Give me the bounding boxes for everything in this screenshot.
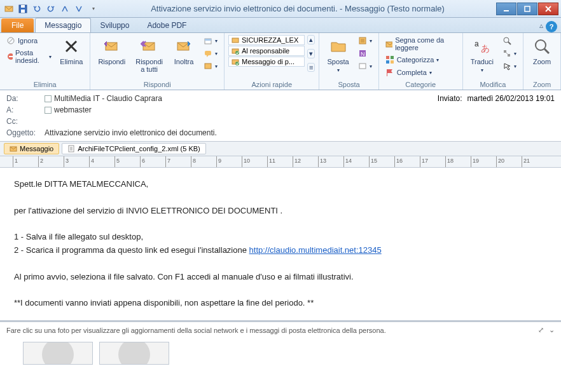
quick-step-expand-button[interactable]: ≡ <box>307 63 315 72</box>
ignora-label: Ignora <box>18 37 38 44</box>
tab-adobe[interactable]: Adobe PDF <box>138 18 195 32</box>
window-title: Attivazione servizio invio elettronico d… <box>99 4 496 13</box>
tab-attachment-file[interactable]: ArchiFileTCPclient_config_2.xml (5 KB) <box>62 143 206 154</box>
next-icon[interactable] <box>73 3 85 15</box>
save-icon[interactable] <box>17 3 29 15</box>
chevron-down-icon: ▾ <box>370 38 372 44</box>
message-body[interactable]: Spett.le DITTA METALMECCANICA, per l'att… <box>0 168 561 320</box>
ribbon-minimize-icon[interactable]: ▵ <box>539 21 543 32</box>
svg-rect-18 <box>205 39 211 41</box>
group-sposta-label: Sposta <box>323 79 374 90</box>
chevron-down-icon: ▾ <box>436 57 439 63</box>
reply-all-icon <box>139 36 160 57</box>
group-sposta: Sposta▾ ▾ N ▾ Sposta <box>319 33 378 90</box>
chevron-down-icon: ▾ <box>514 51 516 57</box>
group-categorie: Segna come da leggere Categorizza▾ Compl… <box>379 33 463 90</box>
chevron-down-icon: ▾ <box>370 64 372 69</box>
find-button[interactable] <box>500 35 519 46</box>
collapse-icon[interactable]: ⌄ <box>549 326 555 334</box>
quick-step-up-button[interactable]: ▴ <box>307 35 315 44</box>
rules-button[interactable]: ▾ <box>356 35 375 46</box>
actions-button[interactable]: ▾ <box>356 60 375 72</box>
elimina-label: Elimina <box>60 58 83 65</box>
body-line: Spett.le DITTA METALMECCANICA, <box>14 178 547 191</box>
from-value: MultiMedia IT - Claudio Caprara <box>45 94 162 103</box>
im-button[interactable]: ▾ <box>201 48 220 59</box>
minimize-button[interactable] <box>496 3 516 15</box>
person-thumbnail[interactable] <box>23 342 93 365</box>
svg-line-43 <box>544 49 549 53</box>
ignora-button[interactable]: Ignora <box>4 35 54 46</box>
translate-icon: aあ <box>472 36 492 57</box>
to-value: webmaster <box>45 105 92 114</box>
categorizza-button[interactable]: Categorizza▾ <box>383 54 459 65</box>
elimina-button[interactable]: Elimina <box>57 35 86 67</box>
completa-label: Completa <box>397 69 427 76</box>
body-line: per l'attivazione del servizio di INVIO … <box>14 205 547 218</box>
quick-step-sicurezza-label: SICUREZZA_LEX <box>242 36 298 44</box>
svg-text:あ: あ <box>481 43 490 53</box>
tab-message-body[interactable]: Messaggio <box>4 143 59 154</box>
svg-rect-39 <box>504 50 506 53</box>
completa-button[interactable]: Completa▾ <box>383 67 459 78</box>
subject-label: Oggetto: <box>6 128 45 137</box>
chevron-down-icon: ▾ <box>49 54 52 60</box>
people-thumbnails <box>0 338 561 368</box>
inoltra-button[interactable]: Inoltra <box>169 35 198 67</box>
qat-customize-icon[interactable] <box>87 3 99 15</box>
close-button[interactable] <box>538 3 558 15</box>
meeting-button[interactable]: ▾ <box>201 35 220 46</box>
rispondi-tutti-label: Rispondi a tutti <box>135 58 163 73</box>
redo-icon[interactable] <box>45 3 57 15</box>
help-button[interactable]: ? <box>546 21 557 32</box>
traduci-button[interactable]: aあ Traduci▾ <box>467 35 497 75</box>
svg-rect-21 <box>232 38 239 43</box>
onenote-button[interactable]: N <box>356 48 375 59</box>
posta-indesiderata-label: Posta indesid. <box>15 49 46 64</box>
install-link[interactable]: http://claudio.multimediait.net:12345 <box>249 245 382 255</box>
group-rispondi-label: Rispondi <box>94 79 220 90</box>
prev-icon[interactable] <box>59 3 71 15</box>
reply-icon <box>102 36 122 57</box>
presence-icon <box>45 95 52 102</box>
message-headers: Da: MultiMedia IT - Claudio Caprara Invi… <box>0 90 561 142</box>
quick-step-down-button[interactable]: ▾ <box>307 49 315 58</box>
svg-point-37 <box>504 37 509 43</box>
posta-indesiderata-button[interactable]: Posta indesid.▾ <box>4 48 54 65</box>
related-button[interactable]: ▾ <box>500 48 519 59</box>
quick-step-responsabile[interactable]: Al responsabile <box>228 46 305 56</box>
more-respond-button[interactable]: ▾ <box>201 60 220 72</box>
sposta-button[interactable]: Sposta▾ <box>323 35 352 75</box>
svg-rect-40 <box>508 54 510 57</box>
group-zoom-label: Zoom <box>527 79 557 90</box>
person-thumbnail[interactable] <box>99 342 169 365</box>
group-azioni-rapide: SICUREZZA_LEX Al responsabile Messaggio … <box>225 33 319 90</box>
rispondi-button[interactable]: Rispondi <box>94 35 129 67</box>
undo-icon[interactable] <box>31 3 43 15</box>
ruler[interactable]: 123456789101112131415161718192021 <box>0 156 561 168</box>
folder-move-icon <box>328 36 349 57</box>
svg-rect-19 <box>205 51 211 55</box>
svg-line-41 <box>506 53 508 54</box>
group-categorie-label: Categorie <box>383 79 459 90</box>
ribbon: Ignora Posta indesid.▾ Elimina Elimina R… <box>0 33 561 90</box>
group-modifica-label: Modifica <box>467 79 519 90</box>
quick-step-sicurezza[interactable]: SICUREZZA_LEX <box>228 35 305 45</box>
maximize-button[interactable] <box>517 3 537 15</box>
group-rispondi: Rispondi Rispondi a tutti Inoltra ▾ ▾ ▾ … <box>90 33 225 90</box>
categorizza-label: Categorizza <box>397 56 434 64</box>
svg-rect-33 <box>386 60 389 64</box>
sposta-label: Sposta <box>327 58 349 65</box>
tab-sviluppo[interactable]: Sviluppo <box>91 18 138 32</box>
select-button[interactable]: ▾ <box>500 60 519 72</box>
file-tab[interactable]: File <box>1 18 34 32</box>
expand-icon[interactable]: ⤢ <box>538 326 544 334</box>
segna-da-leggere-button[interactable]: Segna come da leggere <box>383 35 459 53</box>
rispondi-tutti-button[interactable]: Rispondi a tutti <box>132 35 167 74</box>
cc-label: Cc: <box>6 117 45 126</box>
inoltra-label: Inoltra <box>174 58 194 65</box>
tab-messaggio[interactable]: Messaggio <box>35 18 91 32</box>
zoom-button[interactable]: Zoom <box>527 35 557 67</box>
quick-step-messaggio-posta[interactable]: Messaggio di p... <box>228 57 305 67</box>
mail-icon[interactable] <box>3 3 15 15</box>
